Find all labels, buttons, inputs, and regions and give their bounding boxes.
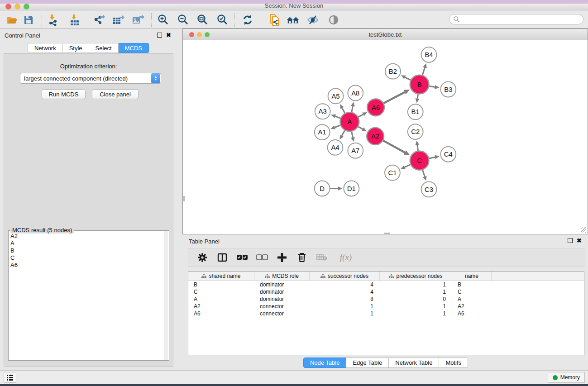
table-cell[interactable]: A — [452, 295, 492, 303]
delete-column-icon[interactable] — [296, 252, 308, 263]
app-titlebar[interactable]: Session: New Session — [0, 4, 588, 10]
result-item[interactable]: A — [10, 240, 164, 247]
table-cell[interactable]: connector — [254, 303, 310, 310]
network-file-icon[interactable] — [268, 14, 282, 26]
deselect-all-icon[interactable] — [256, 252, 268, 263]
edge-D-D1[interactable] — [330, 186, 343, 191]
tab-edge-table[interactable]: Edge Table — [346, 357, 389, 368]
zoom-selected-icon[interactable] — [216, 14, 229, 26]
node-C[interactable]: C — [410, 151, 429, 170]
node-A5[interactable]: A5 — [328, 89, 344, 104]
result-item[interactable]: A2 — [10, 233, 164, 240]
edge-C-C1[interactable] — [401, 165, 411, 169]
close-panel-button[interactable]: Close panel — [92, 89, 139, 99]
table-cell[interactable]: 1 — [310, 310, 380, 317]
node-table[interactable]: shared nameMCDS rolesuccessor nodesprede… — [188, 271, 584, 355]
node-A8[interactable]: A8 — [348, 86, 363, 101]
node-B1[interactable]: B1 — [408, 104, 423, 119]
run-mcds-button[interactable]: Run MCDS — [42, 89, 86, 99]
save-session-icon[interactable] — [22, 14, 35, 26]
table-close-panel-icon[interactable]: ✖ — [577, 238, 582, 243]
zoom-in-icon[interactable] — [157, 14, 170, 26]
column-header-predecessor-nodes[interactable]: predecessor nodes — [380, 272, 452, 281]
column-header-MCDS-role[interactable]: MCDS role — [254, 272, 310, 281]
open-session-icon[interactable] — [5, 14, 19, 26]
table-cell[interactable]: 8 — [310, 295, 380, 303]
node-A[interactable]: A — [340, 112, 359, 131]
node-D[interactable]: D — [315, 181, 330, 196]
column-header-shared-name[interactable]: shared name — [188, 272, 254, 281]
table-cell[interactable]: 1 — [380, 288, 452, 295]
table-cell[interactable]: connector — [254, 310, 310, 317]
edge-B-B2[interactable] — [401, 75, 411, 80]
tab-network-table[interactable]: Network Table — [389, 357, 439, 368]
memory-button[interactable]: Memory — [548, 372, 585, 383]
node-C2[interactable]: C2 — [408, 124, 423, 139]
table-cell[interactable]: A2 — [452, 303, 492, 310]
edge-A-A1[interactable] — [330, 125, 340, 129]
node-C3[interactable]: C3 — [421, 182, 437, 197]
edge-B-B1[interactable] — [416, 94, 420, 103]
table-cell[interactable]: 1 — [310, 303, 380, 310]
table-float-panel-icon[interactable] — [568, 238, 573, 243]
node-A4[interactable]: A4 — [328, 140, 343, 155]
node-B[interactable]: B — [410, 75, 429, 94]
refresh-icon[interactable] — [241, 14, 254, 26]
tab-node-table[interactable]: Node Table — [303, 357, 347, 368]
table-cell[interactable]: C — [452, 288, 492, 295]
split-columns-icon[interactable] — [216, 252, 228, 263]
edge-A-A4[interactable] — [339, 130, 344, 139]
zoom-out-icon[interactable] — [177, 14, 190, 26]
zoom-fit-icon[interactable] — [196, 14, 210, 26]
edge-A-A2[interactable] — [358, 127, 367, 131]
show-graphics-details-icon[interactable] — [327, 14, 340, 26]
edge-A-A8[interactable] — [351, 102, 355, 112]
window-resize-grip[interactable] — [581, 227, 586, 233]
table-cell[interactable]: A2 — [188, 303, 254, 310]
node-A6[interactable]: A6 — [367, 99, 384, 116]
table-cell[interactable]: 4 — [310, 281, 380, 288]
node-B3[interactable]: B3 — [440, 82, 456, 97]
network-graph[interactable]: B4B2BB3A8A5A6A3B1AC2A1A2A4A7C4CC1C3DD1 — [183, 41, 587, 234]
result-item[interactable]: B — [10, 247, 164, 254]
table-row[interactable]: A6connector11A6 — [188, 310, 584, 317]
result-scrollbar[interactable] — [164, 231, 168, 360]
edge-A-A5[interactable] — [340, 104, 345, 113]
search-input[interactable] — [460, 16, 583, 23]
tab-select[interactable]: Select — [89, 43, 119, 53]
table-cell[interactable]: 0 — [380, 295, 452, 303]
table-cell[interactable]: 1 — [380, 310, 452, 317]
table-cell[interactable]: C — [188, 288, 254, 295]
hide-graphics-details-icon[interactable] — [306, 14, 320, 26]
edge-C-C4[interactable] — [429, 155, 440, 159]
close-panel-icon[interactable]: ✖ — [166, 33, 171, 38]
tab-style[interactable]: Style — [63, 43, 89, 53]
table-row[interactable]: A2connector11A2 — [188, 303, 584, 310]
edge-C-C3[interactable] — [422, 170, 426, 181]
table-row[interactable]: Adominator80A — [188, 295, 584, 303]
tab-motifs[interactable]: Motifs — [439, 357, 468, 368]
node-C1[interactable]: C1 — [385, 165, 400, 181]
node-C4[interactable]: C4 — [440, 147, 456, 162]
node-A7[interactable]: A7 — [348, 143, 363, 158]
home-icon[interactable] — [286, 14, 300, 26]
mcds-result-list[interactable]: A2ABCA6 — [9, 231, 164, 360]
edge-B-B4[interactable] — [422, 63, 426, 75]
node-A1[interactable]: A1 — [315, 124, 330, 140]
tab-network[interactable]: Network — [28, 43, 63, 53]
table-cell[interactable]: B — [188, 281, 254, 288]
node-A3[interactable]: A3 — [315, 104, 330, 119]
table-cell[interactable]: A6 — [188, 310, 254, 317]
edge-A6-B[interactable] — [384, 90, 410, 103]
table-cell[interactable]: dominator — [254, 288, 310, 295]
edge-B-B3[interactable] — [429, 85, 440, 89]
edge-C-C2[interactable] — [415, 141, 419, 151]
add-column-icon[interactable] — [276, 252, 288, 263]
result-item[interactable]: A6 — [10, 262, 164, 269]
node-A2[interactable]: A2 — [367, 128, 384, 145]
optimization-criterion-dropdown[interactable]: largest connected component (directed) ▲… — [20, 73, 161, 84]
table-cell[interactable]: A — [188, 295, 254, 303]
export-table-icon[interactable] — [111, 14, 125, 26]
table-cell[interactable]: 4 — [310, 288, 380, 295]
table-cell[interactable]: dominator — [254, 281, 310, 288]
